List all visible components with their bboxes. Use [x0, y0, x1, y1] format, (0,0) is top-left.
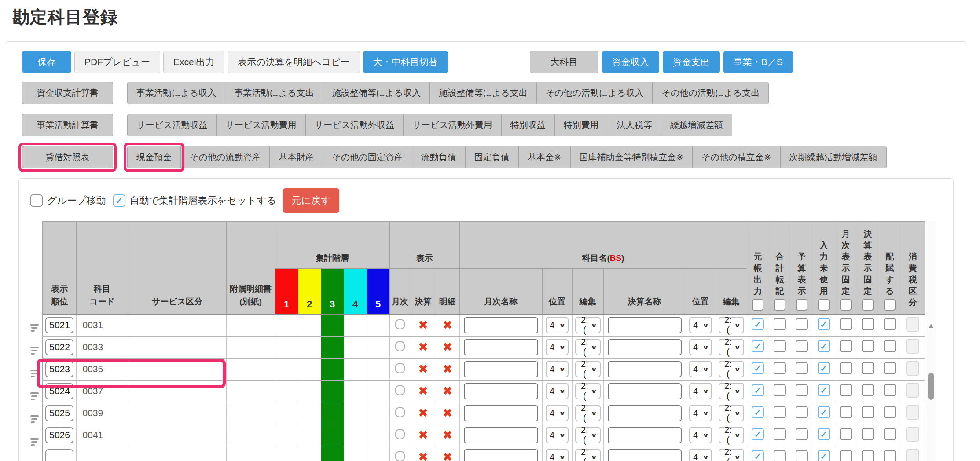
copy-displayed-settlement-to-detail-button[interactable]: 表示の決算を明細へコピー — [228, 51, 360, 73]
monthly-edit-select[interactable]: 2: (∨ — [575, 317, 601, 333]
ledger-output-checkbox[interactable]: ✓ — [752, 318, 764, 330]
tab[interactable]: その他の固定資産 — [323, 146, 411, 168]
drag-handle-icon[interactable] — [30, 456, 42, 461]
allocate-checkbox[interactable] — [884, 362, 896, 374]
column-select-all-checkbox[interactable] — [840, 299, 852, 311]
tab[interactable]: 事業活動による収入 — [128, 82, 225, 104]
fund-expense-button[interactable]: 資金支出 — [663, 51, 720, 73]
input-unused-checkbox[interactable]: ✓ — [818, 406, 830, 418]
allocate-checkbox[interactable] — [884, 318, 896, 330]
monthly-display-fixed-checkbox[interactable] — [840, 384, 852, 396]
settlement-name-input[interactable] — [608, 317, 682, 333]
settlement-name-input[interactable] — [608, 339, 682, 355]
display-order-input[interactable] — [45, 427, 73, 443]
display-order-input[interactable] — [45, 449, 73, 461]
monthly-position-select[interactable]: 4∨ — [546, 361, 569, 377]
tab[interactable]: 施設整備等による収入 — [323, 82, 429, 104]
ledger-output-checkbox[interactable]: ✓ — [752, 384, 764, 396]
tab[interactable]: サービス活動費用 — [216, 114, 305, 136]
tab[interactable]: サービス活動外収益 — [305, 114, 403, 136]
tab[interactable]: 事業活動による支出 — [225, 82, 323, 104]
column-select-all-checkbox[interactable] — [884, 299, 896, 311]
column-select-all-checkbox[interactable] — [752, 299, 763, 311]
monthly-edit-select[interactable]: 2: (∨ — [575, 449, 601, 461]
tab[interactable]: 基本財産 — [269, 146, 323, 168]
column-select-all-checkbox[interactable] — [862, 299, 874, 311]
ledger-output-checkbox[interactable]: ✓ — [752, 406, 764, 418]
settlement-position-select[interactable]: 4∨ — [689, 405, 712, 421]
monthly-radio[interactable] — [395, 451, 405, 461]
category-tab[interactable]: 資金収支計算書 — [22, 82, 113, 104]
monthly-position-select[interactable]: 4∨ — [546, 405, 569, 421]
monthly-radio[interactable] — [395, 341, 405, 351]
auto-hierarchy-toggle[interactable]: ✓ 自動で集計階層表示をセットする — [113, 194, 277, 207]
settlement-display-fixed-checkbox[interactable] — [862, 340, 874, 352]
scroll-up-arrow-icon[interactable]: ▲ — [927, 322, 935, 330]
settlement-position-select[interactable]: 4∨ — [689, 317, 712, 333]
tab[interactable]: 基本金※ — [518, 146, 570, 168]
allocate-checkbox[interactable] — [884, 384, 896, 396]
monthly-edit-select[interactable]: 2: (∨ — [575, 405, 601, 421]
display-order-input[interactable] — [45, 317, 73, 333]
settlement-name-input[interactable] — [608, 405, 682, 421]
monthly-name-input[interactable] — [464, 317, 538, 333]
ledger-output-checkbox[interactable]: ✓ — [752, 428, 764, 440]
input-unused-checkbox[interactable]: ✓ — [818, 450, 830, 461]
fund-income-button[interactable]: 資金収入 — [602, 51, 659, 73]
tab[interactable]: 次期繰越活動増減差額 — [780, 146, 886, 168]
settlement-name-input[interactable] — [608, 427, 682, 443]
display-order-input[interactable] — [45, 339, 73, 355]
monthly-radio[interactable] — [395, 407, 405, 417]
monthly-edit-select[interactable]: 2: (∨ — [575, 383, 601, 399]
settlement-edit-select[interactable]: 2: (∨ — [719, 449, 744, 461]
display-order-input[interactable] — [45, 361, 73, 377]
monthly-display-fixed-checkbox[interactable] — [840, 318, 852, 330]
allocate-checkbox[interactable] — [884, 450, 896, 461]
input-unused-checkbox[interactable]: ✓ — [818, 384, 830, 396]
monthly-name-input[interactable] — [464, 449, 538, 461]
allocate-checkbox[interactable] — [884, 406, 896, 418]
tab[interactable]: その他の積立金※ — [692, 146, 780, 168]
monthly-name-input[interactable] — [464, 427, 538, 443]
column-select-all-checkbox[interactable] — [796, 299, 807, 311]
total-transfer-checkbox[interactable] — [774, 428, 786, 440]
settlement-display-fixed-checkbox[interactable] — [862, 362, 874, 374]
ledger-output-checkbox[interactable]: ✓ — [752, 362, 764, 374]
budget-display-checkbox[interactable] — [796, 450, 808, 461]
budget-display-checkbox[interactable] — [796, 340, 808, 352]
ledger-output-checkbox[interactable]: ✓ — [752, 340, 764, 352]
settlement-edit-select[interactable]: 2: (∨ — [719, 339, 744, 355]
monthly-name-input[interactable] — [464, 361, 538, 377]
auto-hierarchy-checkbox[interactable]: ✓ — [113, 194, 125, 207]
settlement-display-fixed-checkbox[interactable] — [862, 450, 874, 461]
monthly-radio[interactable] — [395, 319, 405, 329]
settlement-display-fixed-checkbox[interactable] — [862, 406, 874, 418]
tab[interactable]: 特別費用 — [554, 114, 608, 136]
tab[interactable]: 現金預金 — [128, 146, 180, 168]
monthly-position-select[interactable]: 4∨ — [546, 449, 569, 461]
tab[interactable]: 法人税等 — [608, 114, 661, 136]
settlement-edit-select[interactable]: 2: (∨ — [719, 405, 744, 421]
drag-handle-icon[interactable] — [30, 433, 42, 456]
budget-display-checkbox[interactable] — [796, 318, 808, 330]
total-transfer-checkbox[interactable] — [774, 450, 786, 461]
total-transfer-checkbox[interactable] — [774, 406, 786, 418]
settlement-edit-select[interactable]: 2: (∨ — [719, 383, 744, 399]
settlement-display-fixed-checkbox[interactable] — [862, 384, 874, 396]
major-subject-button[interactable]: 大科目 — [530, 51, 598, 73]
monthly-position-select[interactable]: 4∨ — [546, 317, 569, 333]
display-order-input[interactable] — [45, 383, 73, 399]
monthly-display-fixed-checkbox[interactable] — [840, 340, 852, 352]
drag-handle-icon[interactable] — [30, 365, 42, 388]
monthly-display-fixed-checkbox[interactable] — [840, 362, 852, 374]
drag-handle-icon[interactable] — [30, 388, 42, 410]
monthly-name-input[interactable] — [464, 339, 538, 355]
group-move-checkbox[interactable] — [30, 194, 43, 207]
total-transfer-checkbox[interactable] — [774, 362, 786, 374]
settlement-display-fixed-checkbox[interactable] — [862, 318, 874, 330]
settlement-name-input[interactable] — [608, 383, 682, 399]
drag-handle-icon[interactable] — [30, 319, 42, 342]
major-mid-subject-switch-button[interactable]: 大・中科目切替 — [363, 51, 448, 73]
settlement-edit-select[interactable]: 2: (∨ — [719, 317, 744, 333]
monthly-radio[interactable] — [395, 363, 405, 373]
